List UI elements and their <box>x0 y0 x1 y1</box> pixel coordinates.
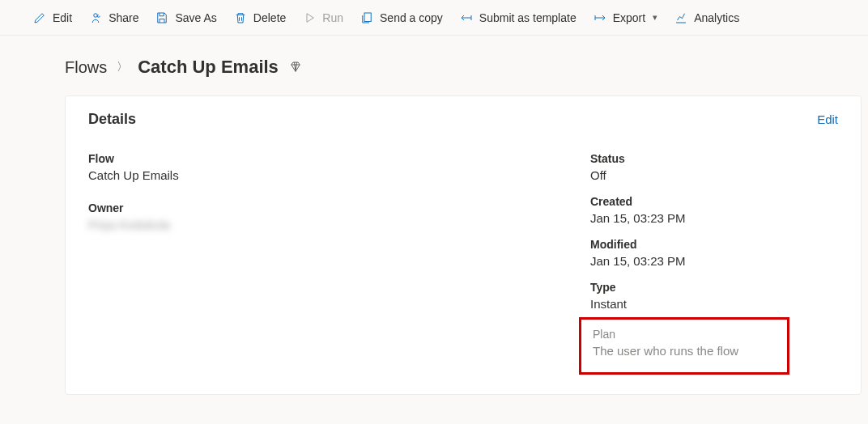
details-right-column: Status Off Created Jan 15, 03:23 PM Modi… <box>590 152 838 375</box>
analytics-label: Analytics <box>694 11 739 24</box>
edit-label: Edit <box>53 11 72 24</box>
type-value: Instant <box>590 297 838 311</box>
chevron-down-icon: ▾ <box>653 12 657 23</box>
send-copy-button[interactable]: Send a copy <box>351 0 451 35</box>
modified-field: Modified Jan 15, 03:23 PM <box>590 238 838 268</box>
modified-label: Modified <box>590 238 838 251</box>
trash-icon <box>233 11 248 25</box>
plan-value: The user who runs the flow <box>593 344 776 358</box>
flow-label: Flow <box>88 152 590 165</box>
breadcrumb-current: Catch Up Emails <box>138 57 279 78</box>
play-icon <box>302 11 317 25</box>
share-label: Share <box>108 11 138 24</box>
created-field: Created Jan 15, 03:23 PM <box>590 195 838 225</box>
save-icon <box>155 11 169 25</box>
analytics-icon <box>674 11 688 25</box>
details-edit-link[interactable]: Edit <box>817 112 838 126</box>
status-value: Off <box>590 168 838 182</box>
details-card: Details Edit Flow Catch Up Emails Owner … <box>65 95 862 395</box>
plan-highlight-box: Plan The user who runs the flow <box>579 317 789 375</box>
breadcrumb: Flows 〉 Catch Up Emails <box>65 57 868 78</box>
owner-field: Owner Priya Kodukula <box>88 201 590 231</box>
run-button: Run <box>294 0 351 35</box>
type-field: Type Instant <box>590 281 838 311</box>
command-bar: Edit Share Save As Delete Run Send a cop… <box>0 0 868 36</box>
chevron-right-icon: 〉 <box>117 60 128 74</box>
submit-template-button[interactable]: Submit as template <box>451 0 585 35</box>
status-label: Status <box>590 152 838 165</box>
svg-point-0 <box>94 13 98 17</box>
details-card-body: Flow Catch Up Emails Owner Priya Kodukul… <box>66 134 861 394</box>
save-as-label: Save As <box>175 11 216 24</box>
copy-icon <box>360 11 374 25</box>
save-as-button[interactable]: Save As <box>147 0 224 35</box>
share-icon <box>88 11 103 25</box>
plan-label: Plan <box>593 328 776 341</box>
premium-diamond-icon <box>288 60 303 74</box>
export-label: Export <box>613 11 645 24</box>
created-value: Jan 15, 03:23 PM <box>590 211 838 225</box>
details-card-header: Details Edit <box>66 96 861 134</box>
type-label: Type <box>590 281 838 294</box>
owner-value: Priya Kodukula <box>88 218 590 231</box>
export-button[interactable]: Export ▾ <box>585 0 666 35</box>
status-field: Status Off <box>590 152 838 182</box>
submit-template-label: Submit as template <box>479 11 577 24</box>
share-button[interactable]: Share <box>80 0 147 35</box>
modified-value: Jan 15, 03:23 PM <box>590 254 838 268</box>
delete-label: Delete <box>253 11 286 24</box>
delete-button[interactable]: Delete <box>225 0 294 35</box>
page-content: Flows 〉 Catch Up Emails Details Edit Flo… <box>0 36 868 395</box>
run-label: Run <box>322 11 343 24</box>
analytics-button[interactable]: Analytics <box>666 0 747 35</box>
created-label: Created <box>590 195 838 208</box>
edit-button[interactable]: Edit <box>24 0 80 35</box>
details-left-column: Flow Catch Up Emails Owner Priya Kodukul… <box>88 152 590 375</box>
breadcrumb-root[interactable]: Flows <box>65 58 107 77</box>
export-icon <box>593 11 607 25</box>
send-copy-label: Send a copy <box>380 11 443 24</box>
flow-value: Catch Up Emails <box>88 168 590 182</box>
pencil-icon <box>32 11 47 25</box>
arrow-left-right-icon <box>459 11 474 25</box>
flow-field: Flow Catch Up Emails <box>88 152 590 182</box>
svg-rect-1 <box>364 13 371 22</box>
details-title: Details <box>88 111 136 128</box>
owner-label: Owner <box>88 201 590 214</box>
